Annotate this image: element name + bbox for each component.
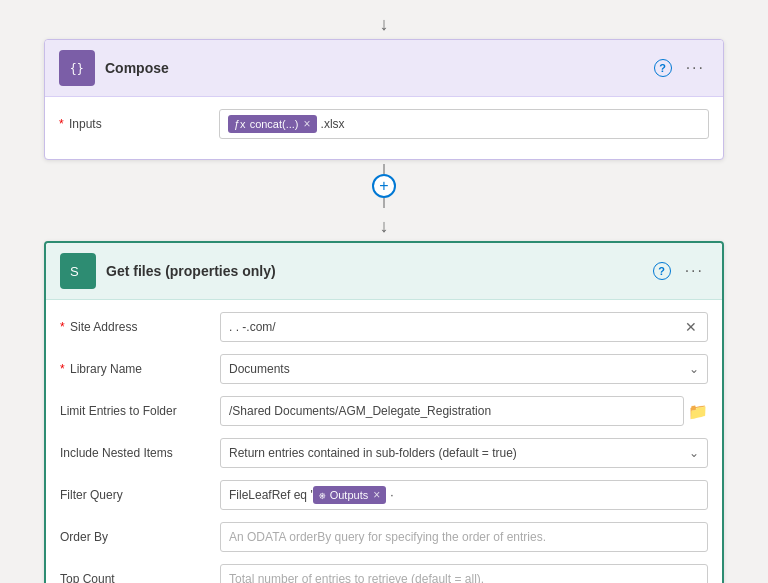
compose-actions: ? ··· xyxy=(654,57,709,79)
filter-query-prefix: FileLeafRef eq ' xyxy=(229,488,313,502)
outputs-token-close[interactable]: × xyxy=(373,488,380,502)
outputs-fx-icon: ⎈ xyxy=(319,489,326,501)
library-name-required-star: * xyxy=(60,362,65,376)
concat-token-close[interactable]: × xyxy=(304,117,311,131)
limit-entries-box[interactable]: /Shared Documents/AGM_Delegate_Registrat… xyxy=(220,396,684,426)
compose-inputs-row: * Inputs ƒx concat(...) × .xlsx xyxy=(59,107,709,141)
getfiles-ellipsis-icon: ··· xyxy=(685,262,704,279)
getfiles-actions: ? ··· xyxy=(653,260,708,282)
flow-container: ↓ {} Compose ? ··· * Inputs xyxy=(44,10,724,583)
filter-query-value: FileLeafRef eq ' ⎈ Outputs × · xyxy=(220,480,708,510)
getfiles-body: * Site Address . . -.com/ ✕ * Library Na… xyxy=(46,300,722,583)
include-nested-label: Include Nested Items xyxy=(60,446,220,460)
order-by-row: Order By An ODATA orderBy query for spec… xyxy=(60,520,708,554)
compose-inputs-required-star: * xyxy=(59,117,64,131)
library-name-dropdown[interactable]: Documents ⌄ xyxy=(220,354,708,384)
include-nested-dropdown-arrow: ⌄ xyxy=(689,446,699,460)
order-by-box[interactable]: An ODATA orderBy query for specifying th… xyxy=(220,522,708,552)
order-by-label: Order By xyxy=(60,530,220,544)
filter-suffix: · xyxy=(390,488,393,502)
top-count-value: Total number of entries to retrieve (def… xyxy=(220,564,708,583)
site-address-box[interactable]: . . -.com/ ✕ xyxy=(220,312,708,342)
getfiles-help-icon[interactable]: ? xyxy=(653,262,671,280)
library-name-label: * Library Name xyxy=(60,362,220,376)
compose-help-icon[interactable]: ? xyxy=(654,59,672,77)
top-count-row: Top Count Total number of entries to ret… xyxy=(60,562,708,583)
filter-query-row: Filter Query FileLeafRef eq ' ⎈ Outputs … xyxy=(60,478,708,512)
connector-line-bottom xyxy=(383,198,385,208)
compose-inputs-label: * Inputs xyxy=(59,117,219,131)
concat-token[interactable]: ƒx concat(...) × xyxy=(228,115,317,133)
top-arrow: ↓ xyxy=(380,14,389,35)
library-name-row: * Library Name Documents ⌄ xyxy=(60,352,708,386)
fx-icon: ƒx xyxy=(234,118,246,130)
getfiles-title: Get files (properties only) xyxy=(106,263,653,279)
getfiles-card: S Get files (properties only) ? ··· * Si… xyxy=(44,241,724,583)
library-name-dropdown-arrow: ⌄ xyxy=(689,362,699,376)
limit-entries-folder-button[interactable]: 📁 xyxy=(688,402,708,421)
add-step-button-1[interactable]: + xyxy=(372,174,396,198)
compose-ellipsis-icon: ··· xyxy=(686,59,705,76)
compose-title: Compose xyxy=(105,60,654,76)
site-address-value: . . -.com/ ✕ xyxy=(220,312,708,342)
compose-icon: {} xyxy=(59,50,95,86)
outputs-token[interactable]: ⎈ Outputs × xyxy=(313,486,387,504)
include-nested-dropdown[interactable]: Return entries contained in sub-folders … xyxy=(220,438,708,468)
compose-inputs-box[interactable]: ƒx concat(...) × .xlsx xyxy=(219,109,709,139)
include-nested-row: Include Nested Items Return entries cont… xyxy=(60,436,708,470)
site-address-clear-button[interactable]: ✕ xyxy=(683,319,699,335)
compose-body: * Inputs ƒx concat(...) × .xlsx xyxy=(45,97,723,159)
getfiles-header: S Get files (properties only) ? ··· xyxy=(46,243,722,300)
compose-more-button[interactable]: ··· xyxy=(682,57,709,79)
site-address-required-star: * xyxy=(60,320,65,334)
include-nested-value: Return entries contained in sub-folders … xyxy=(220,438,708,468)
compose-inputs-content: ƒx concat(...) × .xlsx xyxy=(228,115,700,133)
connector-line-top xyxy=(383,164,385,174)
order-by-value: An ODATA orderBy query for specifying th… xyxy=(220,522,708,552)
compose-header: {} Compose ? ··· xyxy=(45,40,723,97)
getfiles-more-button[interactable]: ··· xyxy=(681,260,708,282)
site-address-label: * Site Address xyxy=(60,320,220,334)
getfiles-icon-svg: S xyxy=(68,261,88,281)
getfiles-icon: S xyxy=(60,253,96,289)
compose-inputs-value: ƒx concat(...) × .xlsx xyxy=(219,109,709,139)
filter-query-label: Filter Query xyxy=(60,488,220,502)
site-address-row: * Site Address . . -.com/ ✕ xyxy=(60,310,708,344)
library-name-value: Documents ⌄ xyxy=(220,354,708,384)
top-count-label: Top Count xyxy=(60,572,220,583)
limit-entries-value: /Shared Documents/AGM_Delegate_Registrat… xyxy=(220,396,708,426)
limit-entries-folder-row: /Shared Documents/AGM_Delegate_Registrat… xyxy=(220,396,708,426)
plus-connector-1: + xyxy=(372,164,396,208)
svg-text:{}: {} xyxy=(70,62,84,76)
compose-card: {} Compose ? ··· * Inputs xyxy=(44,39,724,160)
compose-icon-svg: {} xyxy=(68,59,86,77)
limit-entries-row: Limit Entries to Folder /Shared Document… xyxy=(60,394,708,428)
mid-arrow: ↓ xyxy=(380,216,389,237)
top-count-box[interactable]: Total number of entries to retrieve (def… xyxy=(220,564,708,583)
filter-query-box[interactable]: FileLeafRef eq ' ⎈ Outputs × · xyxy=(220,480,708,510)
limit-entries-label: Limit Entries to Folder xyxy=(60,404,220,418)
svg-text:S: S xyxy=(70,264,79,279)
